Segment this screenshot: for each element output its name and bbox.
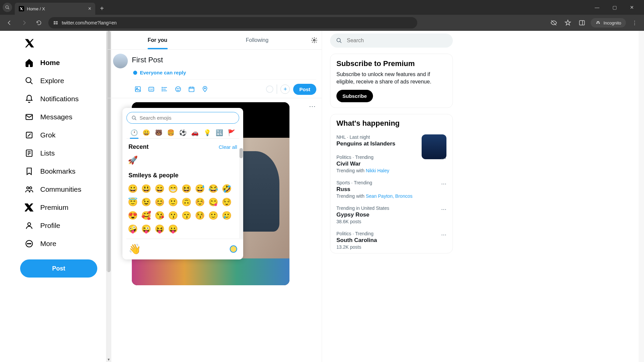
emoji-item[interactable]: 😃 [141, 183, 152, 194]
emoji-cat-travel[interactable]: 🚗 [189, 127, 201, 138]
emoji-cat-objects[interactable]: 💡 [202, 127, 213, 138]
emoji-item[interactable]: 😋 [208, 196, 219, 208]
emoji-cat-food[interactable]: 🍔 [165, 127, 176, 138]
emoji-item[interactable]: 😛 [167, 223, 179, 235]
trend-more-icon[interactable]: ⋯ [441, 232, 447, 238]
emoji-cat-flags[interactable]: 🚩 [226, 127, 237, 138]
trend-item[interactable]: Politics · TrendingSouth Carolina13.2K p… [330, 228, 452, 253]
skin-tone-selector[interactable] [230, 245, 237, 253]
emoji-search-input[interactable] [126, 112, 239, 124]
emoji-item[interactable]: 😍 [127, 210, 139, 221]
nav-bookmarks[interactable]: Bookmarks [20, 162, 107, 180]
emoji-item[interactable]: 😅 [194, 183, 206, 194]
trend-item[interactable]: Politics · TrendingCivil WarTrending wit… [330, 151, 452, 177]
trend-item[interactable]: NHL · Last nightPenguins at Islanders [330, 131, 452, 151]
post-more-icon[interactable]: ⋯ [309, 102, 316, 110]
emoji-cat-smileys[interactable]: 😀 [141, 127, 152, 138]
timeline-settings-icon[interactable] [307, 37, 322, 44]
emoji-item[interactable]: 🥲 [221, 210, 232, 221]
nav-profile[interactable]: Profile [20, 217, 107, 235]
browser-tab[interactable]: Home / X × [15, 3, 95, 15]
emoji-item[interactable]: 🤣 [221, 183, 232, 194]
gif-icon[interactable]: GIF [145, 83, 157, 95]
reload-button[interactable] [34, 17, 44, 28]
emoji-icon[interactable] [172, 83, 184, 95]
nav-notifications[interactable]: Notifications [20, 90, 107, 108]
back-button[interactable] [4, 17, 15, 28]
compose-avatar[interactable] [113, 54, 128, 68]
emoji-item[interactable]: 😘 [154, 210, 165, 221]
location-icon[interactable] [199, 83, 211, 95]
page-scrollbar[interactable] [639, 31, 644, 362]
emoji-item[interactable]: 😇 [127, 196, 139, 208]
emoji-item[interactable]: 😗 [167, 210, 179, 221]
emoji-item[interactable]: 🥰 [141, 210, 152, 221]
site-settings-icon [53, 20, 58, 25]
emoji-item[interactable]: 😀 [127, 183, 139, 194]
tab-following[interactable]: Following [207, 31, 307, 49]
trend-more-icon[interactable]: ⋯ [441, 206, 447, 213]
new-tab-button[interactable]: + [97, 5, 107, 12]
x-logo[interactable] [20, 34, 107, 54]
emoji-item[interactable]: 😄 [154, 183, 165, 194]
emoji-item[interactable]: 😆 [181, 183, 192, 194]
emoji-item[interactable]: 😝 [154, 223, 165, 235]
trend-more-icon[interactable]: ⋯ [441, 155, 447, 162]
eye-off-icon[interactable] [548, 17, 559, 28]
emoji-item[interactable]: 🤪 [127, 223, 139, 235]
emoji-cat-recent[interactable]: 🕐 [128, 127, 140, 138]
compose-post-button[interactable]: Post [293, 84, 316, 95]
nav-grok[interactable]: Grok [20, 126, 107, 144]
emoji-item[interactable]: 😁 [167, 183, 179, 194]
emoji-clear-button[interactable]: Clear all [219, 144, 237, 150]
nav-messages[interactable]: Messages [20, 108, 107, 126]
nav-lists[interactable]: Lists [20, 144, 107, 162]
browser-menu-icon[interactable]: ⋮ [629, 17, 640, 28]
emoji-item[interactable]: 😂 [208, 183, 219, 194]
sidebar-post-button[interactable]: Post [20, 259, 97, 278]
trend-item[interactable]: Sports · TrendingRussTrending with Sean … [330, 177, 452, 202]
compose-text-input[interactable]: First Post [132, 54, 316, 69]
poll-icon[interactable] [159, 83, 171, 95]
emoji-scrollbar[interactable] [239, 148, 243, 239]
tab-for-you[interactable]: For you [108, 31, 207, 49]
subscribe-button[interactable]: Subscribe [336, 90, 373, 102]
incognito-badge[interactable]: Incognito [591, 18, 626, 27]
emoji-item[interactable]: 😚 [194, 210, 206, 221]
nav-premium[interactable]: Premium [20, 198, 107, 217]
emoji-item[interactable]: 😜 [141, 223, 152, 235]
emoji-cat-symbols[interactable]: 🔣 [214, 127, 225, 138]
tab-search-icon[interactable] [3, 3, 12, 12]
maximize-button[interactable]: ▢ [608, 2, 621, 13]
add-thread-button[interactable]: + [280, 84, 290, 94]
emoji-item[interactable]: 🙃 [181, 196, 192, 208]
trend-more-icon[interactable]: ⋯ [441, 181, 447, 187]
nav-home[interactable]: Home [20, 54, 107, 72]
emoji-item[interactable]: 😉 [141, 196, 152, 208]
schedule-icon[interactable] [185, 83, 198, 95]
emoji-cat-activity[interactable]: ⚽ [177, 127, 189, 138]
tab-close-icon[interactable]: × [88, 6, 91, 12]
emoji-item[interactable]: 🙂 [208, 210, 219, 221]
emoji-item[interactable]: 😌 [221, 196, 232, 208]
search-input[interactable] [330, 34, 453, 48]
emoji-item[interactable]: ☺️ [194, 196, 206, 208]
trend-link[interactable]: Sean Payton, Broncos [366, 193, 412, 199]
minimize-button[interactable]: — [590, 2, 604, 13]
nav-more[interactable]: More [20, 235, 107, 253]
reply-settings-button[interactable]: Everyone can reply [132, 69, 187, 79]
emoji-item[interactable]: 🚀 [127, 155, 139, 166]
trend-item[interactable]: Trending in United StatesGypsy Rose38.6K… [330, 202, 452, 228]
emoji-item[interactable]: 😊 [154, 196, 165, 208]
trend-link[interactable]: Nikki Haley [366, 168, 389, 173]
nav-explore[interactable]: Explore [20, 72, 107, 90]
address-bar[interactable]: twitter.com/home?lang=en [48, 17, 417, 28]
emoji-item[interactable]: 😙 [181, 210, 192, 221]
emoji-item[interactable]: 🙂 [167, 196, 179, 208]
side-panel-icon[interactable] [577, 17, 587, 28]
media-icon[interactable] [132, 83, 144, 95]
nav-communities[interactable]: Communities [20, 180, 107, 198]
emoji-cat-animals[interactable]: 🐻 [153, 127, 164, 138]
close-window-button[interactable]: ✕ [625, 2, 639, 13]
bookmark-star-icon[interactable] [562, 17, 573, 28]
